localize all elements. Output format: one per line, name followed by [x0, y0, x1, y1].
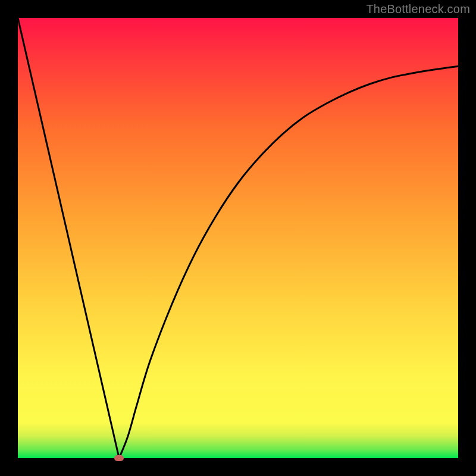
watermark-text: TheBottleneck.com — [366, 2, 470, 16]
curve-layer — [18, 18, 458, 458]
bottleneck-curve — [18, 18, 458, 458]
minimum-marker — [114, 455, 124, 461]
chart-frame: TheBottleneck.com — [0, 0, 476, 476]
plot-area — [18, 18, 458, 458]
